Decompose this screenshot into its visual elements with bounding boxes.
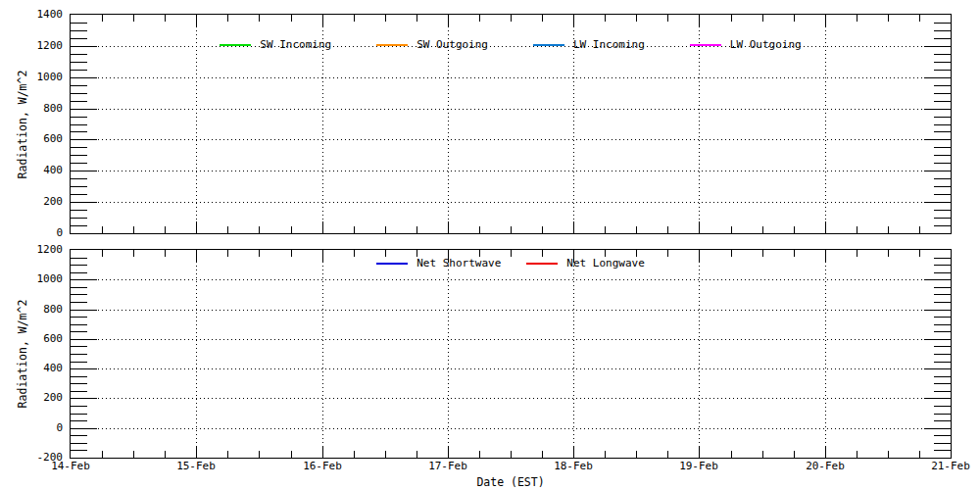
y-gridline	[98, 279, 931, 280]
y-minor-tick	[71, 70, 87, 71]
y-minor-tick	[71, 54, 87, 55]
x-minor-tick	[291, 15, 292, 22]
x-minor-tick	[794, 226, 795, 233]
y-major-tick	[924, 279, 951, 280]
x-minor-tick	[731, 15, 732, 22]
y-minor-tick	[71, 155, 87, 156]
x-minor-tick	[416, 250, 417, 257]
x-minor-tick	[227, 226, 228, 233]
y-tick-label: 1200	[0, 244, 63, 256]
y-minor-tick	[934, 178, 951, 179]
y-minor-tick	[934, 354, 951, 355]
y-minor-tick	[71, 406, 87, 407]
y-minor-tick	[71, 317, 87, 318]
x-minor-tick	[857, 451, 858, 458]
y-minor-tick	[71, 194, 87, 195]
legend-label: LW Incoming	[573, 38, 645, 51]
x-minor-tick	[762, 226, 763, 233]
x-minor-tick	[888, 15, 889, 22]
legend-label: Net Longwave	[566, 257, 644, 270]
day-gridline	[196, 250, 197, 458]
y-minor-tick	[71, 420, 87, 421]
y-major-tick	[924, 428, 951, 429]
x-minor-tick	[636, 15, 637, 22]
y-gridline	[98, 339, 931, 340]
x-minor-tick	[794, 250, 795, 257]
y-minor-tick	[71, 362, 87, 363]
x-minor-tick	[291, 250, 292, 257]
day-gridline	[322, 250, 323, 458]
x-minor-tick	[416, 15, 417, 22]
x-tick-label: 14-Feb	[41, 461, 100, 472]
x-minor-tick	[667, 451, 668, 458]
x-major-tick	[196, 15, 197, 26]
legend-line-swatch	[533, 44, 564, 46]
x-minor-tick	[165, 15, 166, 22]
y-minor-tick	[71, 62, 87, 63]
day-gridline	[825, 250, 826, 458]
legend-item: LW Incoming	[533, 38, 645, 51]
y-minor-tick	[71, 85, 87, 86]
y-tick-label: 1200	[0, 40, 63, 52]
x-minor-tick	[762, 451, 763, 458]
x-minor-tick	[133, 451, 134, 458]
x-minor-tick	[511, 226, 512, 233]
x-minor-tick	[416, 226, 417, 233]
y-tick-label: 400	[0, 363, 63, 374]
y-major-tick	[71, 109, 97, 110]
y-minor-tick	[71, 30, 87, 31]
x-minor-tick	[354, 451, 355, 458]
y-tick-label: 1000	[0, 273, 63, 285]
y-minor-tick	[934, 30, 951, 31]
x-minor-tick	[479, 15, 480, 22]
legend-line-swatch	[526, 263, 558, 265]
bottom-panel-plot-area: Net ShortwaveNet Longwave	[70, 249, 952, 459]
x-minor-tick	[133, 15, 134, 22]
x-minor-tick	[165, 250, 166, 257]
x-minor-tick	[259, 226, 260, 233]
x-minor-tick	[385, 15, 386, 22]
y-gridline	[98, 368, 931, 369]
y-minor-tick	[71, 131, 87, 132]
y-major-tick	[924, 171, 951, 172]
x-minor-tick	[259, 250, 260, 257]
x-axis-label: Date (EST)	[70, 475, 952, 489]
x-minor-tick	[857, 250, 858, 257]
y-minor-tick	[934, 101, 951, 102]
y-tick-label: 1400	[0, 9, 63, 21]
y-major-tick	[924, 398, 951, 399]
y-minor-tick	[71, 186, 87, 187]
top-y-axis-label: Radiation, W/m^2	[16, 71, 29, 179]
y-minor-tick	[934, 124, 951, 125]
y-major-tick	[924, 139, 951, 140]
x-major-tick	[573, 221, 574, 233]
x-major-tick	[448, 221, 449, 233]
x-minor-tick	[888, 250, 889, 257]
x-minor-tick	[354, 15, 355, 22]
y-minor-tick	[934, 210, 951, 211]
y-major-tick	[924, 109, 951, 110]
y-minor-tick	[934, 23, 951, 24]
legend-line-swatch	[220, 44, 251, 46]
x-major-tick	[448, 446, 449, 458]
x-minor-tick	[511, 15, 512, 22]
x-minor-tick	[542, 226, 543, 233]
x-minor-tick	[636, 451, 637, 458]
x-major-tick	[699, 221, 700, 233]
legend-label: LW Outgoing	[730, 38, 802, 51]
y-minor-tick	[71, 354, 87, 355]
y-minor-tick	[934, 117, 951, 118]
legend-item: SW Incoming	[220, 38, 331, 51]
y-minor-tick	[71, 414, 87, 415]
legend-item: Net Shortwave	[376, 257, 501, 270]
x-minor-tick	[762, 250, 763, 257]
y-minor-tick	[934, 406, 951, 407]
y-major-tick	[924, 202, 951, 203]
top-panel-plot-area: SW IncomingSW OutgoingLW IncomingLW Outg…	[70, 14, 952, 234]
y-major-tick	[71, 279, 97, 280]
y-minor-tick	[934, 420, 951, 421]
day-gridline	[573, 250, 574, 458]
y-minor-tick	[71, 23, 87, 24]
x-minor-tick	[919, 451, 920, 458]
y-major-tick	[71, 171, 97, 172]
